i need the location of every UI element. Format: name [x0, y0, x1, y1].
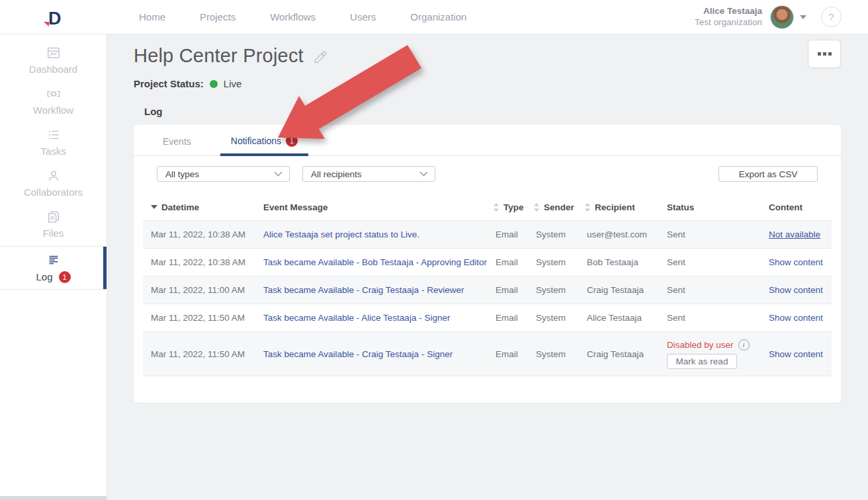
column-header-sender[interactable]: Sender: [533, 202, 584, 212]
log-section-label: Log: [144, 106, 841, 117]
cell-sender: System: [533, 257, 584, 267]
nav-item-organization[interactable]: Organization: [410, 11, 466, 22]
help-button[interactable]: ?: [821, 7, 842, 27]
cell-recipient: Alice Testaaja: [584, 313, 659, 323]
filters-row: All types All recipients Export as CSV: [157, 166, 818, 182]
chevron-down-icon[interactable]: [800, 15, 806, 19]
cell-datetime: Mar 11, 2022, 10:38 AM: [143, 257, 263, 267]
tab-events[interactable]: Events: [152, 136, 202, 155]
show-content-link[interactable]: Show content: [769, 285, 823, 295]
sidebar-item-files[interactable]: Files: [0, 204, 107, 245]
notifications-badge: 1: [286, 135, 298, 147]
table-row: Mar 11, 2022, 10:38 AM Task became Avail…: [143, 248, 832, 276]
event-message-link[interactable]: Task became Available - Craig Testaaja -…: [263, 349, 453, 359]
nav-item-projects[interactable]: Projects: [200, 11, 236, 22]
log-tabbar: Events Notifications 1: [134, 125, 841, 156]
column-header-event-message: Event Message: [263, 202, 493, 212]
sidebar-item-label: Collaborators: [24, 187, 83, 198]
sidebar-item-tasks[interactable]: Tasks: [0, 122, 107, 163]
cell-sender: System: [533, 229, 584, 239]
svg-text:D: D: [48, 9, 62, 28]
cell-status: Sent: [659, 313, 758, 323]
sidebar-item-label: Workflow: [33, 104, 73, 116]
cell-datetime: Mar 11, 2022, 10:38 AM: [143, 229, 263, 239]
cell-type: Email: [493, 313, 533, 323]
cell-recipient: Bob Testaaja: [584, 257, 659, 267]
edit-title-icon[interactable]: [313, 50, 327, 65]
chevron-down-icon: [274, 171, 282, 177]
mark-as-read-button[interactable]: Mark as read: [667, 354, 737, 369]
info-icon[interactable]: i: [738, 339, 750, 351]
notifications-table: Datetime Event Message Type: [143, 194, 832, 376]
column-header-datetime[interactable]: Datetime: [143, 202, 263, 212]
cell-datetime: Mar 11, 2022, 11:50 AM: [143, 313, 263, 323]
sidebar-item-dashboard[interactable]: Dashboard: [0, 40, 107, 81]
table-header-row: Datetime Event Message Type: [143, 194, 832, 220]
status-live-dot: [210, 80, 218, 88]
project-status-label: Project Status:: [134, 78, 204, 89]
recipient-filter-value: All recipients: [311, 169, 362, 179]
status-disabled-label: Disabled by user: [667, 340, 734, 350]
chevron-down-icon: [419, 171, 428, 177]
tab-events-label: Events: [163, 136, 191, 147]
column-header-recipient[interactable]: Recipient: [584, 202, 659, 212]
type-filter-value: All types: [165, 169, 199, 179]
collaborators-icon: [46, 169, 61, 183]
table-row: Mar 11, 2022, 11:50 AM Task became Avail…: [143, 331, 832, 376]
sort-icon: [493, 203, 499, 212]
user-organization: Test organization: [695, 17, 762, 28]
sidebar-item-label: Dashboard: [29, 63, 77, 75]
sort-icon: [533, 203, 540, 212]
type-filter-dropdown[interactable]: All types: [157, 166, 290, 182]
cell-type: Email: [493, 257, 533, 267]
tasks-icon: [46, 128, 61, 142]
export-csv-button[interactable]: Export as CSV: [718, 166, 818, 182]
event-message-link[interactable]: Task became Available - Craig Testaaja -…: [263, 285, 464, 295]
sidebar-item-collaborators[interactable]: Collaborators: [0, 163, 107, 204]
cell-type: Email: [493, 229, 533, 239]
show-content-link[interactable]: Show content: [769, 257, 823, 267]
project-actions-menu-button[interactable]: [808, 40, 841, 68]
main-content: Help Center Project Project Status: Live…: [107, 34, 868, 500]
nav-item-users[interactable]: Users: [350, 11, 376, 22]
sort-icon: [584, 203, 591, 212]
column-header-status: Status: [659, 202, 758, 212]
cell-recipient: Craig Testaaja: [584, 349, 659, 359]
content-not-available-link[interactable]: Not available: [769, 229, 820, 239]
project-status-value: Live: [224, 78, 242, 89]
page-title: Help Center Project: [134, 45, 304, 67]
files-icon: [46, 210, 61, 224]
event-message-link[interactable]: Alice Testaaja set project status to Liv…: [263, 229, 419, 239]
cell-recipient: user@test.com: [584, 229, 659, 239]
horizontal-scrollbar[interactable]: [0, 496, 107, 500]
user-info: Alice Testaaja Test organization: [695, 6, 762, 28]
sidebar-item-log[interactable]: Log 1: [0, 246, 107, 290]
column-header-type[interactable]: Type: [493, 202, 533, 212]
recipient-filter-dropdown[interactable]: All recipients: [302, 166, 435, 182]
user-avatar[interactable]: [770, 5, 794, 29]
table-row: Mar 11, 2022, 11:50 AM Task became Avail…: [143, 304, 832, 331]
user-menu[interactable]: Alice Testaaja Test organization ?: [695, 5, 842, 29]
cell-datetime: Mar 11, 2022, 11:00 AM: [143, 285, 263, 295]
tab-notifications[interactable]: Notifications 1: [220, 135, 308, 155]
cell-status: Sent: [659, 229, 758, 239]
sidebar-item-label: Files: [43, 228, 64, 239]
column-header-content: Content: [758, 202, 832, 212]
sidebar-item-workflow[interactable]: Workflow: [0, 81, 107, 122]
sidebar-item-label: Tasks: [40, 146, 65, 157]
sort-desc-icon: [151, 205, 157, 209]
app-logo[interactable]: D: [41, 7, 65, 28]
nav-item-home[interactable]: Home: [139, 11, 165, 22]
cell-sender: System: [533, 313, 584, 323]
sidebar-item-label: Log: [36, 271, 52, 282]
event-message-link[interactable]: Task became Available - Alice Testaaja -…: [263, 313, 450, 323]
event-message-link[interactable]: Task became Available - Bob Testaaja - A…: [263, 257, 487, 267]
cell-datetime: Mar 11, 2022, 11:50 AM: [143, 349, 263, 359]
dashboard-icon: [46, 46, 61, 60]
cell-sender: System: [533, 285, 584, 295]
show-content-link[interactable]: Show content: [769, 349, 823, 359]
tab-notifications-label: Notifications: [231, 136, 281, 146]
show-content-link[interactable]: Show content: [769, 313, 823, 323]
cell-status: Disabled by user i Mark as read: [659, 339, 758, 369]
nav-item-workflows[interactable]: Workflows: [270, 11, 316, 22]
